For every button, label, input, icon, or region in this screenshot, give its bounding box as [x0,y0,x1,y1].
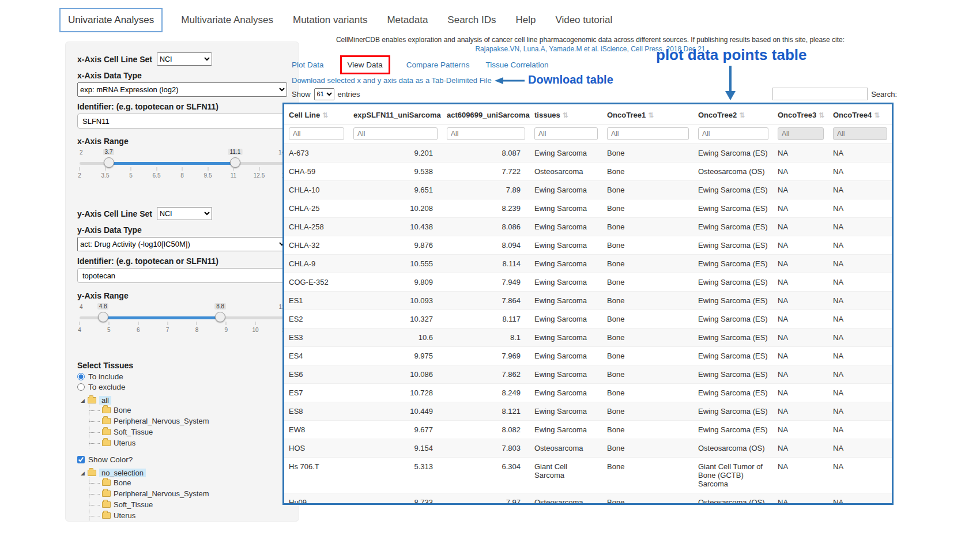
table-cell: Bone [602,273,693,292]
col-header-cell-line[interactable]: Cell Line⇅ [284,104,349,125]
filter-input-cell-line[interactable] [289,127,344,140]
table-cell: CHLA-25 [284,199,349,218]
table-cell: 8.094 [442,236,530,255]
tree-item-uterus[interactable]: Uterus [95,437,287,448]
search-input[interactable] [772,88,868,100]
nav-tab-metadata[interactable]: Metadata [386,9,429,31]
tree-item-bone[interactable]: Bone [95,405,287,416]
nav-tab-help[interactable]: Help [514,9,537,31]
nav-tab-search-ids[interactable]: Search IDs [446,9,497,31]
y-identifier-label: Identifier: (e.g. topotecan or SLFN11) [77,256,287,266]
folder-icon [102,512,111,519]
to-exclude-radio[interactable] [77,383,85,391]
table-cell: HOS [284,439,349,458]
table-cell: NA [828,218,892,236]
select-tissues-label: Select Tissues [77,361,287,370]
sort-icon: ⇅ [648,111,654,119]
table-row: ES110.0937.864Ewing SarcomaBoneEwing Sar… [284,292,892,310]
table-cell: 7.862 [442,365,530,384]
filter-input-oncotree1[interactable] [607,127,689,140]
entries-select[interactable]: 61 [314,88,334,100]
x-cell-line-set-select[interactable]: NCI [157,52,212,66]
col-header-oncotree2[interactable]: OncoTree2⇅ [693,104,773,125]
nav-tab-mutation-variants[interactable]: Mutation variants [292,9,368,31]
x-slider-handle-min[interactable] [104,157,114,168]
table-cell: 5.313 [349,458,442,493]
col-header-expslfn11[interactable]: expSLFN11_uniSarcoma⇅ [349,104,442,125]
table-cell: Ewing Sarcoma (ES) [693,144,773,163]
main-content: CellMinerCDB enables exploration and ana… [282,32,898,505]
folder-icon [102,407,111,413]
table-cell: Bone [602,458,693,493]
x-range-to-label: 11.1 [228,149,242,155]
tree-root-all[interactable]: ◢ all [81,396,287,405]
table-cell: Osteosarcoma (OS) [693,163,773,181]
y-data-type-select[interactable]: act: Drug Activity (-log10[IC50M]) [77,237,287,251]
table-cell: NA [773,493,828,505]
col-header-label: OncoTree4 [833,111,872,119]
y-cell-line-set-select[interactable]: NCI [157,207,212,220]
y-tick: 6 [137,327,140,333]
filter-input-act609699[interactable] [447,127,525,140]
filter-input-tissues[interactable] [534,127,598,140]
x-slider-handle-max[interactable] [230,157,240,168]
table-row: CHLA-25810.4388.086Ewing SarcomaBoneEwin… [284,218,892,236]
table-cell: Ewing Sarcoma [530,218,602,236]
show-color-checkbox[interactable] [77,456,85,463]
y-slider-handle-max[interactable] [215,312,225,322]
y-axis-range-slider[interactable]: 4 11 4.8 8.8 4 5 6 7 8 9 10 11 [80,304,285,337]
nav-tab-multivariate-analyses[interactable]: Multivariate Analyses [180,9,274,31]
x-tick: 8 [180,172,184,179]
tab-view-data[interactable]: View Data [340,55,390,74]
table-cell: ES6 [284,365,349,384]
table-cell: 7.722 [442,163,530,181]
table-row: CHLA-910.5558.114Ewing SarcomaBoneEwing … [284,255,892,273]
tree-root-no-selection[interactable]: ◢ no_selection [81,469,287,477]
table-cell: 7.864 [442,292,530,310]
tree-item-uterus[interactable]: Uterus [95,510,287,521]
col-header-tissues[interactable]: tissues⇅ [530,104,602,125]
y-identifier-input[interactable] [77,268,287,283]
table-cell: NA [773,181,828,199]
table-cell: Giant Cell Sarcoma [530,458,602,493]
table-cell: 9.651 [349,181,442,199]
table-cell: Ewing Sarcoma (ES) [693,402,773,421]
tree-expander-icon[interactable]: ◢ [81,470,85,476]
left-arrow-icon [495,76,525,85]
y-slider-handle-min[interactable] [98,312,108,322]
col-header-label: OncoTree2 [698,111,737,119]
nav-tab-univariate-analyses[interactable]: Univariate Analyses [59,8,163,32]
tab-compare-patterns[interactable]: Compare Patterns [406,61,470,69]
col-header-oncotree4[interactable]: OncoTree4⇅ [828,104,892,125]
tree-item-peripheral-nervous-system[interactable]: Peripheral_Nervous_System [95,416,287,427]
tree-item-soft-tissue[interactable]: Soft_Tissue [95,499,287,510]
filter-input-expslfn11[interactable] [353,127,438,140]
tree-expander-icon[interactable]: ◢ [81,398,85,403]
table-cell: Ewing Sarcoma [530,421,602,439]
col-header-oncotree1[interactable]: OncoTree1⇅ [602,104,693,125]
filter-input-oncotree2[interactable] [698,127,768,140]
table-cell: NA [773,199,828,218]
tab-plot-data[interactable]: Plot Data [292,61,324,69]
folder-icon [102,418,111,424]
x-identifier-input[interactable] [77,114,287,129]
table-cell: Ewing Sarcoma (ES) [693,236,773,255]
table-cell: NA [828,493,892,505]
tree-item-soft-tissue[interactable]: Soft_Tissue [95,427,287,437]
x-data-type-select[interactable]: exp: mRNA Expression (log2) [77,82,287,97]
to-include-radio[interactable] [77,373,85,380]
y-range-to-label: 8.8 [214,303,226,310]
tab-tissue-correlation[interactable]: Tissue Correlation [485,61,548,69]
table-cell: 10.208 [349,199,442,218]
col-header-oncotree3[interactable]: OncoTree3⇅ [773,104,828,125]
y-tick: 4 [78,327,81,333]
nav-tab-video-tutorial[interactable]: Video tutorial [554,9,613,31]
col-header-act609699[interactable]: act609699_uniSarcoma⇅ [442,104,530,125]
download-tab-delimited-link[interactable]: Download selected x and y axis data as a… [292,76,492,85]
tree-item-bone[interactable]: Bone [95,477,287,488]
table-cell: 10.327 [349,310,442,329]
x-axis-range-slider[interactable]: 2 14 3.7 11.1 2 3.5 5 6.5 8 9.5 11 12.5 … [80,149,285,183]
table-row: ES810.4498.121Ewing SarcomaBoneEwing Sar… [284,402,892,421]
tree-item-peripheral-nervous-system[interactable]: Peripheral_Nervous_System [95,488,287,499]
table-cell: CHLA-32 [284,236,349,255]
